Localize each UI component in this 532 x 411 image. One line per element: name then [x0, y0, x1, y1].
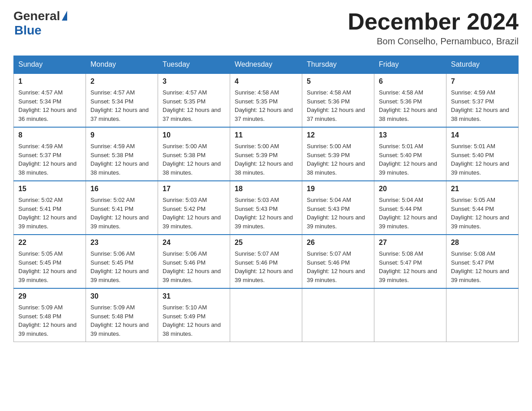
table-row: 16 Sunrise: 5:02 AM Sunset: 5:41 PM Dayl… — [86, 181, 158, 235]
table-row: 21 Sunrise: 5:05 AM Sunset: 5:44 PM Dayl… — [446, 181, 519, 235]
day-number: 16 — [90, 185, 153, 193]
day-info: Sunrise: 5:03 AM Sunset: 5:43 PM Dayligh… — [235, 196, 297, 231]
day-info: Sunrise: 5:02 AM Sunset: 5:41 PM Dayligh… — [18, 196, 81, 231]
day-info: Sunrise: 4:59 AM Sunset: 5:38 PM Dayligh… — [90, 142, 153, 177]
table-row: 26 Sunrise: 5:07 AM Sunset: 5:46 PM Dayl… — [302, 235, 374, 288]
day-info: Sunrise: 5:01 AM Sunset: 5:40 PM Dayligh… — [379, 142, 442, 177]
calendar-week-row: 22 Sunrise: 5:05 AM Sunset: 5:45 PM Dayl… — [14, 235, 519, 288]
table-row: 8 Sunrise: 4:59 AM Sunset: 5:37 PM Dayli… — [14, 127, 86, 181]
calendar-week-row: 1 Sunrise: 4:57 AM Sunset: 5:34 PM Dayli… — [14, 73, 519, 127]
calendar-week-row: 8 Sunrise: 4:59 AM Sunset: 5:37 PM Dayli… — [14, 127, 519, 181]
table-row: 31 Sunrise: 5:10 AM Sunset: 5:49 PM Dayl… — [158, 288, 230, 342]
day-info: Sunrise: 4:59 AM Sunset: 5:37 PM Dayligh… — [451, 88, 514, 123]
day-number: 25 — [235, 239, 297, 247]
table-row: 6 Sunrise: 4:58 AM Sunset: 5:36 PM Dayli… — [374, 73, 446, 127]
col-header-thursday: Thursday — [302, 56, 374, 74]
day-number: 8 — [18, 131, 81, 139]
table-row: 3 Sunrise: 4:57 AM Sunset: 5:35 PM Dayli… — [158, 73, 230, 127]
day-info: Sunrise: 4:59 AM Sunset: 5:37 PM Dayligh… — [18, 142, 81, 177]
col-header-friday: Friday — [374, 56, 446, 74]
table-row: 7 Sunrise: 4:59 AM Sunset: 5:37 PM Dayli… — [446, 73, 519, 127]
calendar-week-row: 29 Sunrise: 5:09 AM Sunset: 5:48 PM Dayl… — [14, 288, 519, 342]
table-row: 27 Sunrise: 5:08 AM Sunset: 5:47 PM Dayl… — [374, 235, 446, 288]
day-info: Sunrise: 5:05 AM Sunset: 5:44 PM Dayligh… — [451, 196, 514, 231]
logo-general-text: General — [13, 9, 60, 23]
day-number: 31 — [163, 292, 225, 300]
day-number: 21 — [451, 185, 514, 193]
col-header-sunday: Sunday — [14, 56, 86, 74]
day-info: Sunrise: 5:05 AM Sunset: 5:45 PM Dayligh… — [18, 249, 81, 284]
table-row — [302, 288, 374, 342]
title-area: December 2024 Bom Conselho, Pernambuco, … — [348, 9, 519, 47]
day-info: Sunrise: 5:08 AM Sunset: 5:47 PM Dayligh… — [451, 249, 514, 284]
col-header-monday: Monday — [86, 56, 158, 74]
day-number: 19 — [307, 185, 369, 193]
table-row: 25 Sunrise: 5:07 AM Sunset: 5:46 PM Dayl… — [230, 235, 302, 288]
day-info: Sunrise: 4:57 AM Sunset: 5:34 PM Dayligh… — [18, 88, 81, 123]
table-row: 13 Sunrise: 5:01 AM Sunset: 5:40 PM Dayl… — [374, 127, 446, 181]
table-row: 14 Sunrise: 5:01 AM Sunset: 5:40 PM Dayl… — [446, 127, 519, 181]
day-number: 29 — [18, 292, 81, 300]
day-info: Sunrise: 4:57 AM Sunset: 5:35 PM Dayligh… — [163, 88, 225, 123]
col-header-saturday: Saturday — [446, 56, 519, 74]
day-info: Sunrise: 4:58 AM Sunset: 5:35 PM Dayligh… — [235, 88, 297, 123]
day-info: Sunrise: 5:00 AM Sunset: 5:38 PM Dayligh… — [163, 142, 225, 177]
day-info: Sunrise: 5:01 AM Sunset: 5:40 PM Dayligh… — [451, 142, 514, 177]
table-row — [374, 288, 446, 342]
table-row: 9 Sunrise: 4:59 AM Sunset: 5:38 PM Dayli… — [86, 127, 158, 181]
day-number: 17 — [163, 185, 225, 193]
day-number: 26 — [307, 239, 369, 247]
day-number: 28 — [451, 239, 514, 247]
table-row: 22 Sunrise: 5:05 AM Sunset: 5:45 PM Dayl… — [14, 235, 86, 288]
day-info: Sunrise: 4:57 AM Sunset: 5:34 PM Dayligh… — [90, 88, 153, 123]
table-row: 19 Sunrise: 5:04 AM Sunset: 5:43 PM Dayl… — [302, 181, 374, 235]
calendar-table: Sunday Monday Tuesday Wednesday Thursday… — [13, 56, 519, 342]
day-number: 30 — [90, 292, 153, 300]
table-row: 18 Sunrise: 5:03 AM Sunset: 5:43 PM Dayl… — [230, 181, 302, 235]
day-number: 20 — [379, 185, 442, 193]
table-row: 4 Sunrise: 4:58 AM Sunset: 5:35 PM Dayli… — [230, 73, 302, 127]
day-number: 27 — [379, 239, 442, 247]
day-number: 4 — [235, 77, 297, 86]
day-number: 1 — [18, 77, 81, 86]
day-info: Sunrise: 4:58 AM Sunset: 5:36 PM Dayligh… — [307, 88, 369, 123]
day-info: Sunrise: 5:06 AM Sunset: 5:45 PM Dayligh… — [90, 249, 153, 284]
table-row: 20 Sunrise: 5:04 AM Sunset: 5:44 PM Dayl… — [374, 181, 446, 235]
page-header: General Blue December 2024 Bom Conselho,… — [13, 9, 519, 47]
day-number: 5 — [307, 77, 369, 86]
day-number: 2 — [90, 77, 153, 86]
day-number: 12 — [307, 131, 369, 139]
day-info: Sunrise: 5:03 AM Sunset: 5:42 PM Dayligh… — [163, 196, 225, 231]
table-row: 11 Sunrise: 5:00 AM Sunset: 5:39 PM Dayl… — [230, 127, 302, 181]
month-title: December 2024 — [348, 9, 519, 34]
day-info: Sunrise: 5:00 AM Sunset: 5:39 PM Dayligh… — [235, 142, 297, 177]
day-info: Sunrise: 5:09 AM Sunset: 5:48 PM Dayligh… — [90, 303, 153, 338]
day-info: Sunrise: 5:04 AM Sunset: 5:44 PM Dayligh… — [379, 196, 442, 231]
day-info: Sunrise: 5:07 AM Sunset: 5:46 PM Dayligh… — [235, 249, 297, 284]
day-info: Sunrise: 5:04 AM Sunset: 5:43 PM Dayligh… — [307, 196, 369, 231]
day-number: 23 — [90, 239, 153, 247]
table-row — [446, 288, 519, 342]
day-number: 14 — [451, 131, 514, 139]
day-number: 9 — [90, 131, 153, 139]
day-info: Sunrise: 5:00 AM Sunset: 5:39 PM Dayligh… — [307, 142, 369, 177]
table-row: 5 Sunrise: 4:58 AM Sunset: 5:36 PM Dayli… — [302, 73, 374, 127]
day-info: Sunrise: 5:10 AM Sunset: 5:49 PM Dayligh… — [163, 303, 225, 338]
day-info: Sunrise: 5:02 AM Sunset: 5:41 PM Dayligh… — [90, 196, 153, 231]
table-row: 12 Sunrise: 5:00 AM Sunset: 5:39 PM Dayl… — [302, 127, 374, 181]
day-info: Sunrise: 5:06 AM Sunset: 5:46 PM Dayligh… — [163, 249, 225, 284]
day-number: 18 — [235, 185, 297, 193]
day-number: 10 — [163, 131, 225, 139]
day-number: 7 — [451, 77, 514, 86]
table-row: 24 Sunrise: 5:06 AM Sunset: 5:46 PM Dayl… — [158, 235, 230, 288]
table-row: 30 Sunrise: 5:09 AM Sunset: 5:48 PM Dayl… — [86, 288, 158, 342]
table-row — [230, 288, 302, 342]
table-row: 17 Sunrise: 5:03 AM Sunset: 5:42 PM Dayl… — [158, 181, 230, 235]
day-number: 24 — [163, 239, 225, 247]
day-info: Sunrise: 5:07 AM Sunset: 5:46 PM Dayligh… — [307, 249, 369, 284]
table-row: 28 Sunrise: 5:08 AM Sunset: 5:47 PM Dayl… — [446, 235, 519, 288]
table-row: 29 Sunrise: 5:09 AM Sunset: 5:48 PM Dayl… — [14, 288, 86, 342]
day-number: 6 — [379, 77, 442, 86]
col-header-wednesday: Wednesday — [230, 56, 302, 74]
day-info: Sunrise: 5:09 AM Sunset: 5:48 PM Dayligh… — [18, 303, 81, 338]
